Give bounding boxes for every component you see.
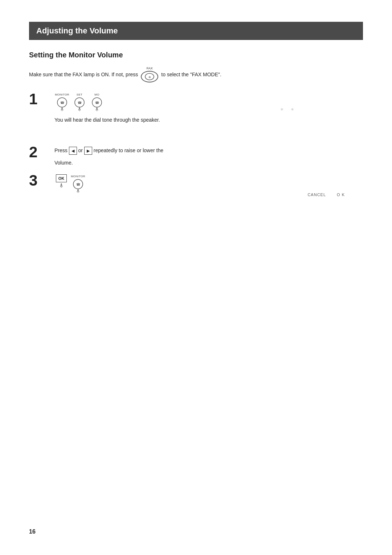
- stars-decoration: ✳ ✳: [280, 107, 294, 112]
- svg-text:⊕: ⊕: [148, 76, 151, 79]
- monitor-hand-icon: ☎: [54, 97, 70, 112]
- mo-label: MO: [94, 93, 99, 96]
- step-2-number: 2: [29, 145, 47, 160]
- star-2: ✳: [291, 107, 294, 112]
- fax-oval-button: ⊕: [141, 71, 158, 82]
- fax-button-svg: ⊕: [144, 73, 155, 81]
- step-3: 3 OK MONITOR ☎: [29, 173, 363, 194]
- step-1-subtext: You will hear the dial tone through the …: [54, 117, 160, 123]
- mo-hand-icon: ☎: [89, 97, 105, 112]
- set-hand-icon: ☎: [72, 97, 87, 112]
- step-2-volume-text: Volume.: [54, 160, 163, 166]
- step-2-text-before: Press: [54, 147, 68, 153]
- svg-text:☎: ☎: [76, 183, 80, 186]
- step-1-content: MONITOR ☎ SET ☎: [54, 92, 160, 123]
- svg-text:☎: ☎: [78, 101, 82, 105]
- set-top-label: SET: [77, 93, 82, 96]
- ok-icon-group: OK: [54, 174, 68, 194]
- page-title: Adjusting the Volume: [36, 26, 356, 36]
- monitor-icon-group: MONITOR ☎: [54, 93, 70, 112]
- step-2: 2 Press ◀ or ▶ repeatedly to raise or lo…: [29, 145, 363, 166]
- cancel-label: CANCEL: [307, 193, 326, 197]
- step-2-text-after: repeatedly to raise or lower the: [94, 147, 163, 153]
- step-3-number: 3: [29, 173, 47, 188]
- svg-text:☎: ☎: [95, 101, 99, 105]
- page-number: 16: [29, 528, 36, 535]
- star-1: ✳: [280, 107, 283, 112]
- step-1-icons: MONITOR ☎ SET ☎: [54, 93, 160, 112]
- step-1-number: 1: [29, 92, 47, 107]
- step-3-icons: OK MONITOR ☎: [54, 174, 86, 194]
- section-heading: Setting the Monitor Volume: [29, 51, 363, 59]
- ok-label: O K: [337, 193, 345, 197]
- page-container: Adjusting the Volume Setting the Monitor…: [0, 0, 392, 555]
- intro-text-before: Make sure that the FAX lamp is ON. If no…: [29, 72, 138, 77]
- title-bar: Adjusting the Volume: [29, 22, 363, 40]
- intro-text-after: to select the "FAX MODE".: [161, 72, 221, 77]
- step-2-text: Press ◀ or ▶ repeatedly to raise or lowe…: [54, 147, 163, 155]
- right-arrow-button[interactable]: ▶: [84, 147, 92, 155]
- step-2-or: or: [78, 147, 83, 153]
- left-arrow-button[interactable]: ◀: [69, 147, 77, 155]
- monitor-step3-label: MONITOR: [71, 175, 85, 178]
- step-2-content: Press ◀ or ▶ repeatedly to raise or lowe…: [54, 145, 163, 166]
- fax-mode-button-icon: FAX ⊕: [141, 66, 158, 82]
- fax-label: FAX: [147, 66, 153, 70]
- ok-button-icon: OK: [56, 174, 67, 182]
- monitor-top-label: MONITOR: [55, 93, 69, 96]
- svg-text:☎: ☎: [60, 101, 64, 105]
- intro-paragraph: Make sure that the FAX lamp is ON. If no…: [29, 66, 363, 82]
- step-1: 1 MONITOR ☎ SET: [29, 92, 363, 123]
- set-icon-group: SET ☎: [72, 93, 87, 112]
- monitor-step3-icon-group: MONITOR ☎: [70, 175, 86, 194]
- mo-icon-group: MO ☎: [89, 93, 105, 112]
- cancel-ok-area: CANCEL O K: [307, 193, 345, 197]
- ok-hand-svg: [54, 183, 68, 194]
- step-3-content: OK MONITOR ☎: [54, 173, 86, 194]
- monitor-step3-hand-icon: ☎: [70, 178, 86, 194]
